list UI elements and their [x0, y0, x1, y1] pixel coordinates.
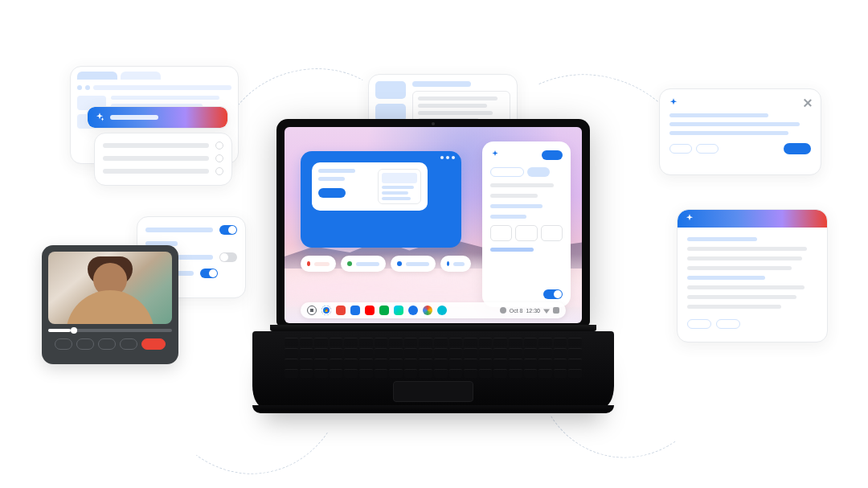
taskbar-app-messages[interactable] [437, 306, 447, 315]
option-label [103, 143, 209, 148]
suggestion-cta-button[interactable] [784, 143, 811, 154]
captions-button[interactable] [98, 338, 116, 350]
ai-toast-text [110, 115, 158, 120]
page-thumbnail[interactable] [375, 81, 406, 99]
taskbar-app-play[interactable] [394, 306, 403, 315]
suggestion-chip[interactable] [391, 256, 436, 272]
laptop-trackpad [393, 381, 473, 402]
suggestion-chip[interactable] [440, 256, 471, 272]
browser-tabs [76, 72, 233, 84]
taskbar-app-files[interactable] [350, 306, 360, 315]
taskbar-app-photos[interactable] [423, 306, 432, 315]
suggestion-chip[interactable] [301, 256, 336, 272]
toggle-switch[interactable] [219, 225, 237, 235]
doc-title-line [412, 81, 471, 87]
video-call-window [42, 245, 178, 364]
close-icon[interactable] [803, 98, 813, 108]
end-call-button[interactable] [141, 338, 166, 350]
option-label [103, 156, 209, 161]
onscreen-suggestion-row [301, 256, 471, 272]
browser-address-bar[interactable] [77, 84, 231, 91]
ai-toast-banner[interactable] [87, 106, 228, 129]
toggle-label [145, 228, 213, 232]
sparkle-icon [94, 112, 105, 123]
wifi-icon[interactable] [543, 307, 550, 314]
panel-chip[interactable] [527, 167, 550, 177]
taskbar-app-camera[interactable] [408, 306, 418, 315]
onscreen-app-window[interactable] [301, 151, 461, 248]
panel-toggle[interactable] [543, 289, 563, 299]
suggestion-chip[interactable] [669, 144, 692, 154]
mic-button[interactable] [55, 338, 72, 350]
panel-chip[interactable] [490, 167, 524, 177]
tray-time: 12:30 [526, 308, 540, 314]
webcam-icon [432, 122, 435, 125]
radio-option[interactable] [215, 141, 223, 150]
taskbar-app-meet[interactable] [379, 306, 389, 315]
settings-icon[interactable] [500, 307, 506, 314]
sparkle-icon [684, 213, 695, 224]
browser-tab[interactable] [121, 72, 161, 80]
radio-option[interactable] [215, 167, 223, 175]
suggestion-chip[interactable] [341, 256, 386, 272]
panel-card[interactable] [515, 225, 537, 241]
panel-primary-pill[interactable] [542, 150, 563, 160]
sparkle-icon [490, 150, 502, 161]
primary-action-button[interactable] [318, 188, 346, 198]
taskbar: Oct 8 12:30 [301, 302, 566, 318]
laptop-screen: Oct 8 12:30 [285, 127, 582, 323]
taskbar-app-launcher[interactable] [307, 306, 317, 315]
toggle-switch[interactable] [200, 269, 218, 278]
system-tray[interactable]: Oct 8 12:30 [500, 307, 559, 314]
toggle-switch[interactable] [219, 252, 237, 262]
video-progress-bar[interactable] [48, 329, 172, 332]
sparkle-icon [668, 97, 679, 109]
ai-suggestion-card [659, 88, 821, 175]
options-card [94, 133, 232, 186]
share-button[interactable] [120, 338, 137, 350]
detail-chip[interactable] [687, 319, 711, 329]
window-controls[interactable] [440, 156, 455, 159]
panel-card[interactable] [490, 225, 512, 241]
video-call-feed [48, 252, 172, 324]
taskbar-app-youtube[interactable] [365, 306, 375, 315]
taskbar-apps [307, 306, 447, 315]
panel-card[interactable] [541, 225, 563, 241]
radio-option[interactable] [215, 154, 223, 162]
ai-detail-card [677, 209, 828, 342]
suggestion-chip[interactable] [696, 144, 719, 154]
taskbar-app-gmail[interactable] [336, 306, 346, 315]
laptop-bezel: Oct 8 12:30 [276, 119, 590, 326]
onscreen-app-inner [312, 162, 428, 211]
battery-icon[interactable] [553, 307, 559, 314]
laptop-hinge [270, 325, 596, 331]
browser-tab[interactable] [77, 72, 117, 80]
laptop: Oct 8 12:30 [252, 119, 614, 416]
camera-button[interactable] [76, 338, 94, 350]
laptop-keyboard [285, 338, 582, 378]
tray-date: Oct 8 [510, 308, 523, 314]
option-label [103, 169, 209, 174]
onscreen-side-panel [482, 141, 571, 307]
taskbar-app-chrome[interactable] [321, 306, 331, 315]
laptop-front-lip [252, 405, 614, 413]
detail-chip[interactable] [716, 319, 740, 329]
